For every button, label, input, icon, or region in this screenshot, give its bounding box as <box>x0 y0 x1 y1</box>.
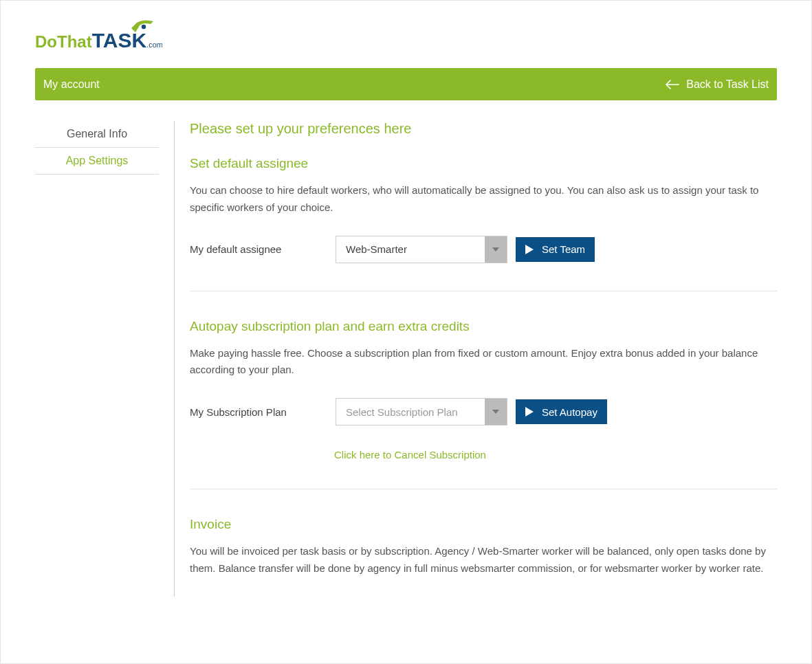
autopay-heading: Autopay subscription plan and earn extra… <box>190 319 777 334</box>
set-autopay-button[interactable]: Set Autopay <box>516 399 607 424</box>
assignee-heading: Set default assignee <box>190 156 777 171</box>
page-title: My account <box>43 78 100 91</box>
logo-suffix: .com <box>146 41 162 49</box>
autopay-desc: Make paying hassle free. Choose a subscr… <box>190 345 777 379</box>
assignee-field-row: My default assignee Web-Smarter Set Team <box>190 236 777 263</box>
back-to-task-list-link[interactable]: Back to Task List <box>666 78 769 91</box>
assignee-desc: You can choose to hire default workers, … <box>190 182 777 217</box>
back-link-label: Back to Task List <box>686 78 769 91</box>
vertical-divider <box>174 121 175 597</box>
chevron-down-icon <box>485 399 507 425</box>
set-team-label: Set Team <box>542 243 585 255</box>
chevron-down-icon <box>485 236 507 263</box>
subscription-field-label: My Subscription Plan <box>190 406 327 418</box>
assignee-select[interactable]: Web-Smarter <box>336 236 507 263</box>
play-icon <box>521 404 536 419</box>
cancel-subscription-link[interactable]: Click here to Cancel Subscription <box>334 449 486 461</box>
sidebar-item-app-settings[interactable]: App Settings <box>35 148 159 175</box>
subscription-field-row: My Subscription Plan Select Subscription… <box>190 398 777 425</box>
topbar: My account Back to Task List <box>35 68 777 100</box>
logo-part2: TAS <box>92 29 132 52</box>
app-window: DoThatTASK.com My account Back to Task L… <box>0 0 812 664</box>
play-icon <box>521 242 536 257</box>
subscription-select[interactable]: Select Subscription Plan <box>336 398 507 425</box>
sidebar-item-general-info[interactable]: General Info <box>35 121 159 148</box>
main-content: Please set up your preferences here Set … <box>190 121 777 597</box>
invoice-desc: You will be invoiced per task basis or b… <box>190 543 777 577</box>
set-team-button[interactable]: Set Team <box>516 237 595 262</box>
divider <box>190 489 777 489</box>
svg-text:DoThatTASK.com: DoThatTASK.com <box>35 29 162 52</box>
arrow-left-icon <box>666 80 679 89</box>
invoice-heading: Invoice <box>190 517 777 532</box>
logo-part1: DoThat <box>35 32 92 51</box>
sidebar: General Info App Settings <box>35 121 159 597</box>
logo: DoThatTASK.com <box>35 1 777 68</box>
assignee-select-value: Web-Smarter <box>336 236 485 263</box>
set-autopay-label: Set Autopay <box>542 406 597 418</box>
subscription-select-placeholder: Select Subscription Plan <box>336 399 485 425</box>
assignee-field-label: My default assignee <box>190 243 327 255</box>
preferences-heading: Please set up your preferences here <box>190 121 777 137</box>
divider <box>190 291 777 291</box>
logo-part3: K <box>131 29 146 52</box>
